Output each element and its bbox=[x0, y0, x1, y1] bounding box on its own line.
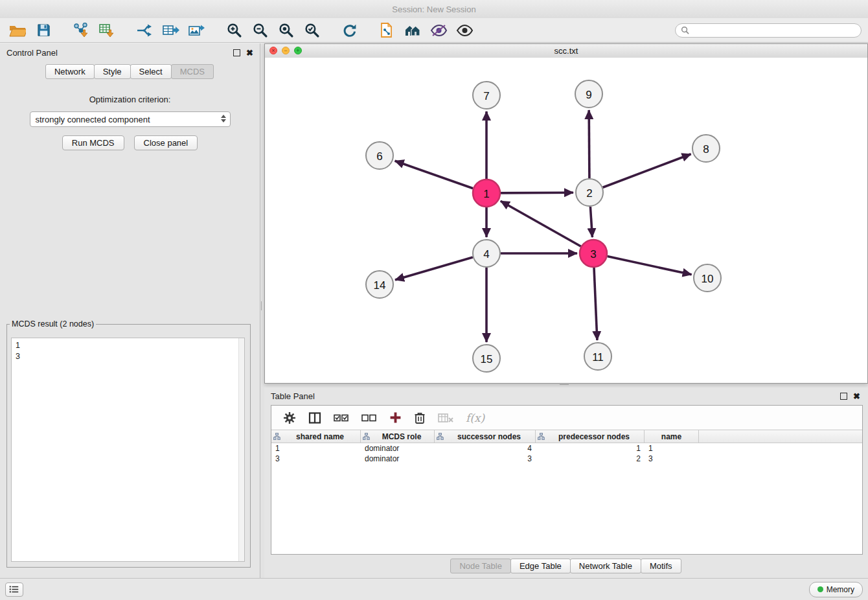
result-line: 3 bbox=[12, 351, 244, 362]
add-column-icon[interactable] bbox=[389, 411, 402, 424]
graph-node-label-7: 7 bbox=[483, 90, 489, 102]
visual-style-eye-icon[interactable] bbox=[428, 21, 450, 40]
zoom-window-icon[interactable]: + bbox=[294, 47, 302, 54]
zoom-fit-icon[interactable] bbox=[275, 21, 297, 40]
table-panel: Table Panel ✖ bbox=[264, 387, 868, 578]
control-panel: Control Panel ✖ Network Style Select MCD… bbox=[0, 43, 260, 578]
criterion-dropdown[interactable]: strongly connected component bbox=[30, 111, 231, 127]
cell-mcds-role[interactable]: dominator bbox=[361, 444, 435, 453]
cell-successor-nodes[interactable]: 3 bbox=[435, 454, 536, 463]
deselect-all-rows-icon[interactable] bbox=[361, 413, 377, 423]
memory-button[interactable]: Memory bbox=[809, 582, 863, 597]
tab-mcds[interactable]: MCDS bbox=[171, 64, 214, 79]
mcds-result-title: MCDS result (2 nodes) bbox=[10, 319, 96, 329]
close-window-icon[interactable]: × bbox=[269, 47, 277, 54]
cell-predecessor-nodes[interactable]: 1 bbox=[536, 444, 645, 453]
float-table-panel-icon[interactable] bbox=[840, 393, 847, 400]
network-window-title: scc.txt bbox=[554, 46, 578, 56]
network-window-titlebar: × − + scc.txt bbox=[265, 44, 867, 58]
zoom-selected-icon[interactable] bbox=[301, 21, 323, 40]
function-builder-icon: f(x) bbox=[466, 411, 485, 424]
cell-predecessor-nodes[interactable]: 2 bbox=[536, 454, 645, 463]
cell-mcds-role[interactable]: dominator bbox=[361, 454, 435, 463]
tab-network[interactable]: Network bbox=[45, 64, 95, 79]
graph-edge-2-3[interactable] bbox=[590, 207, 592, 237]
tab-select[interactable]: Select bbox=[130, 64, 172, 79]
column-header-mcds-role[interactable]: MCDS role bbox=[361, 430, 435, 443]
column-header-predecessor-nodes[interactable]: predecessor nodes bbox=[536, 430, 645, 443]
search-input[interactable] bbox=[692, 25, 856, 36]
float-panel-icon[interactable] bbox=[233, 49, 240, 56]
memory-status-icon bbox=[817, 586, 823, 592]
memory-label: Memory bbox=[827, 585, 854, 594]
graph-node-label-2: 2 bbox=[586, 187, 592, 200]
cell-successor-nodes[interactable]: 4 bbox=[435, 444, 536, 453]
task-history-icon[interactable] bbox=[5, 583, 23, 597]
graph-edge-3-11[interactable] bbox=[594, 268, 597, 340]
export-image-icon[interactable] bbox=[185, 21, 207, 40]
column-header-name[interactable]: name bbox=[645, 430, 699, 443]
attribute-tree-icon bbox=[538, 433, 545, 440]
cell-shared-name[interactable]: 1 bbox=[271, 444, 361, 453]
eye-icon[interactable] bbox=[453, 21, 475, 40]
search-box[interactable] bbox=[675, 23, 862, 38]
graph-edge-2-9[interactable] bbox=[589, 110, 589, 178]
graph-edge-3-1[interactable] bbox=[501, 201, 581, 246]
table-toolbar: f(x) bbox=[271, 406, 862, 430]
graph-node-label-4: 4 bbox=[483, 248, 489, 260]
minimize-window-icon[interactable]: − bbox=[282, 47, 290, 54]
delete-column-icon[interactable] bbox=[414, 411, 426, 424]
graph-edge-3-10[interactable] bbox=[608, 257, 692, 275]
graph-node-label-10: 10 bbox=[702, 273, 714, 285]
home-houses-icon[interactable] bbox=[402, 21, 424, 40]
zoom-in-icon[interactable] bbox=[223, 21, 245, 40]
main-toolbar bbox=[0, 18, 868, 43]
select-all-rows-icon[interactable] bbox=[334, 413, 349, 423]
close-panel-icon[interactable]: ✖ bbox=[246, 49, 253, 56]
graph-edge-1-6[interactable] bbox=[395, 161, 474, 188]
tab-network-table[interactable]: Network Table bbox=[570, 559, 641, 573]
graph-edge-4-14[interactable] bbox=[395, 257, 473, 280]
graph-node-label-8: 8 bbox=[703, 143, 709, 156]
export-table-icon[interactable] bbox=[159, 21, 181, 40]
mcds-result-fieldset: MCDS result (2 nodes) 1 3 bbox=[6, 319, 251, 568]
close-panel-button[interactable]: Close panel bbox=[134, 135, 198, 150]
status-bar: Memory bbox=[0, 578, 868, 600]
tab-style[interactable]: Style bbox=[94, 64, 131, 79]
show-columns-icon[interactable] bbox=[308, 411, 321, 424]
criterion-dropdown-value: strongly connected component bbox=[36, 115, 150, 124]
cell-name[interactable]: 3 bbox=[645, 454, 699, 463]
table-row-3[interactable]: 3 dominator 3 2 3 bbox=[271, 454, 862, 464]
tab-motifs[interactable]: Motifs bbox=[641, 559, 681, 573]
cell-shared-name[interactable]: 3 bbox=[271, 454, 361, 463]
zoom-out-icon[interactable] bbox=[249, 21, 271, 40]
optimization-criterion-label: Optimization criterion: bbox=[0, 95, 260, 104]
tab-node-table[interactable]: Node Table bbox=[450, 559, 511, 573]
clipboard-network-icon[interactable] bbox=[376, 21, 398, 40]
graph-node-label-14: 14 bbox=[374, 279, 386, 292]
search-icon bbox=[681, 26, 689, 34]
export-network-icon[interactable] bbox=[133, 21, 155, 40]
table-panel-tabs: Node Table Edge Table Network Table Moti… bbox=[264, 559, 868, 573]
tab-edge-table[interactable]: Edge Table bbox=[510, 559, 571, 573]
mcds-result-box[interactable]: 1 3 bbox=[11, 338, 245, 562]
graph-node-label-15: 15 bbox=[481, 353, 493, 365]
graph-edge-1-2[interactable] bbox=[501, 192, 573, 193]
cell-name[interactable]: 1 bbox=[645, 444, 699, 453]
delete-table-icon-disabled bbox=[438, 412, 453, 424]
run-mcds-button[interactable]: Run MCDS bbox=[62, 135, 124, 150]
import-network-icon[interactable] bbox=[70, 21, 92, 40]
close-table-panel-icon[interactable]: ✖ bbox=[853, 393, 860, 400]
column-header-successor-nodes[interactable]: successor nodes bbox=[435, 430, 536, 443]
open-session-icon[interactable] bbox=[6, 21, 29, 40]
table-settings-gear-icon[interactable] bbox=[283, 411, 296, 424]
refresh-icon[interactable] bbox=[338, 21, 360, 40]
result-scrollbar[interactable] bbox=[238, 338, 244, 561]
column-header-shared-name[interactable]: shared name bbox=[271, 430, 361, 443]
network-canvas[interactable]: 7968124314101511 bbox=[265, 58, 867, 383]
table-row-1[interactable]: 1 dominator 4 1 1 bbox=[271, 443, 862, 454]
import-table-icon[interactable] bbox=[96, 21, 118, 40]
save-session-icon[interactable] bbox=[32, 21, 54, 40]
graph-node-label-6: 6 bbox=[376, 150, 382, 163]
graph-edge-2-8[interactable] bbox=[603, 154, 691, 187]
